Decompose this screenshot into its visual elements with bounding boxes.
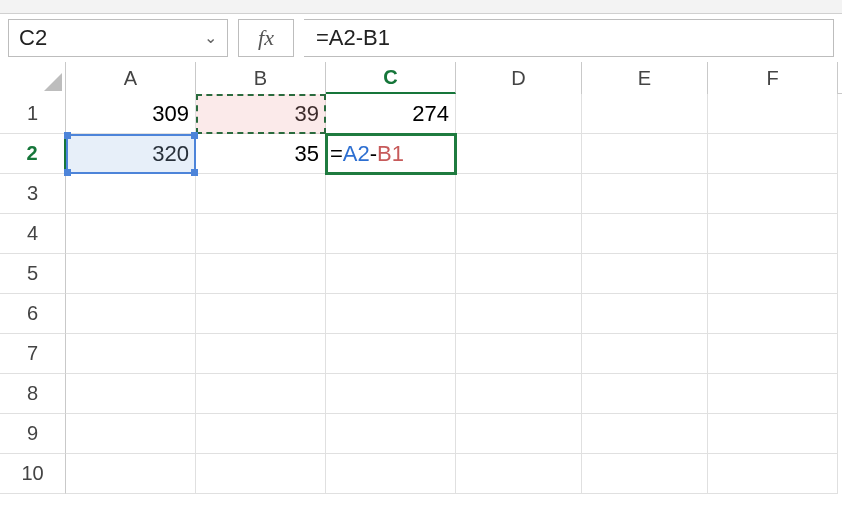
row-label: 1 (27, 102, 38, 125)
cell-C4[interactable] (326, 214, 456, 254)
cell-E9[interactable] (582, 414, 708, 454)
column-header-F[interactable]: F (708, 62, 838, 94)
cell-D2[interactable] (456, 134, 582, 174)
cell-F5[interactable] (708, 254, 838, 294)
row-header-10[interactable]: 10 (0, 454, 66, 494)
cell-C1[interactable]: 274 (326, 94, 456, 134)
cell-D1[interactable] (456, 94, 582, 134)
cell-E2[interactable] (582, 134, 708, 174)
cell-F10[interactable] (708, 454, 838, 494)
cell-B1[interactable]: 39 (196, 94, 326, 134)
cell-B7[interactable] (196, 334, 326, 374)
cell-C2-editor[interactable]: =A2-B1 (326, 134, 456, 174)
cell-D3[interactable] (456, 174, 582, 214)
row-label: 2 (26, 142, 37, 165)
cell-A10[interactable] (66, 454, 196, 494)
cell-A9[interactable] (66, 414, 196, 454)
cell-E3[interactable] (582, 174, 708, 214)
row-header-1[interactable]: 1 (0, 94, 66, 134)
cell-B4[interactable] (196, 214, 326, 254)
column-header-D[interactable]: D (456, 62, 582, 94)
select-all-corner[interactable] (0, 62, 66, 94)
cell-D6[interactable] (456, 294, 582, 334)
cell-F3[interactable] (708, 174, 838, 214)
cell-B6[interactable] (196, 294, 326, 334)
row-header-6[interactable]: 6 (0, 294, 66, 334)
formula-input[interactable]: =A2-B1 (304, 19, 834, 57)
cell-E4[interactable] (582, 214, 708, 254)
cell-B5[interactable] (196, 254, 326, 294)
row-label: 9 (27, 422, 38, 445)
cell-A1[interactable]: 309 (66, 94, 196, 134)
cell-B8[interactable] (196, 374, 326, 414)
select-all-triangle-icon (44, 73, 62, 91)
column-label: E (638, 67, 651, 90)
column-header-A[interactable]: A (66, 62, 196, 94)
row-header-7[interactable]: 7 (0, 334, 66, 374)
formula-token-eq: = (330, 141, 343, 167)
cell-value: 274 (412, 101, 449, 127)
formula-bar: C2 ⌄ fx =A2-B1 (0, 14, 842, 62)
cell-E5[interactable] (582, 254, 708, 294)
row-header-3[interactable]: 3 (0, 174, 66, 214)
cell-A2[interactable]: 320 (66, 134, 196, 174)
table-row (66, 294, 838, 334)
cell-A4[interactable] (66, 214, 196, 254)
cell-A7[interactable] (66, 334, 196, 374)
cell-B2[interactable]: 35 (196, 134, 326, 174)
cell-F8[interactable] (708, 374, 838, 414)
row-header-5[interactable]: 5 (0, 254, 66, 294)
row-header-8[interactable]: 8 (0, 374, 66, 414)
cell-A3[interactable] (66, 174, 196, 214)
row-header-9[interactable]: 9 (0, 414, 66, 454)
cell-D5[interactable] (456, 254, 582, 294)
cell-F4[interactable] (708, 214, 838, 254)
cell-F7[interactable] (708, 334, 838, 374)
cell-C5[interactable] (326, 254, 456, 294)
cell-D9[interactable] (456, 414, 582, 454)
chevron-down-icon[interactable]: ⌄ (204, 28, 217, 47)
fx-button[interactable]: fx (238, 19, 294, 57)
table-row (66, 214, 838, 254)
cell-D7[interactable] (456, 334, 582, 374)
row-header-4[interactable]: 4 (0, 214, 66, 254)
cell-E7[interactable] (582, 334, 708, 374)
table-row (66, 174, 838, 214)
cell-B10[interactable] (196, 454, 326, 494)
cell-C6[interactable] (326, 294, 456, 334)
table-row: 309 39 274 (66, 94, 838, 134)
column-header-E[interactable]: E (582, 62, 708, 94)
cell-B9[interactable] (196, 414, 326, 454)
cell-F6[interactable] (708, 294, 838, 334)
cell-F1[interactable] (708, 94, 838, 134)
cell-C9[interactable] (326, 414, 456, 454)
cell-A6[interactable] (66, 294, 196, 334)
cell-A5[interactable] (66, 254, 196, 294)
name-box-value: C2 (19, 25, 47, 51)
cell-E6[interactable] (582, 294, 708, 334)
cell-E1[interactable] (582, 94, 708, 134)
fx-label: fx (258, 25, 274, 51)
cell-F2[interactable] (708, 134, 838, 174)
name-box[interactable]: C2 ⌄ (8, 19, 228, 57)
cell-E8[interactable] (582, 374, 708, 414)
row-header-2[interactable]: 2 (0, 134, 66, 174)
cell-E10[interactable] (582, 454, 708, 494)
row-label: 10 (21, 462, 43, 485)
cell-C3[interactable] (326, 174, 456, 214)
cell-C7[interactable] (326, 334, 456, 374)
cell-A8[interactable] (66, 374, 196, 414)
cell-B3[interactable] (196, 174, 326, 214)
column-header-C[interactable]: C (326, 62, 456, 94)
cell-F9[interactable] (708, 414, 838, 454)
column-label: D (511, 67, 525, 90)
cell-D4[interactable] (456, 214, 582, 254)
column-header-row: A B C D E F (0, 62, 842, 94)
cell-C10[interactable] (326, 454, 456, 494)
spreadsheet-grid[interactable]: A B C D E F 1 2 3 4 5 6 7 8 9 10 309 39 … (0, 62, 842, 516)
cell-C8[interactable] (326, 374, 456, 414)
cell-D10[interactable] (456, 454, 582, 494)
formula-token-ref-B1: B1 (377, 141, 404, 167)
cell-D8[interactable] (456, 374, 582, 414)
column-header-B[interactable]: B (196, 62, 326, 94)
